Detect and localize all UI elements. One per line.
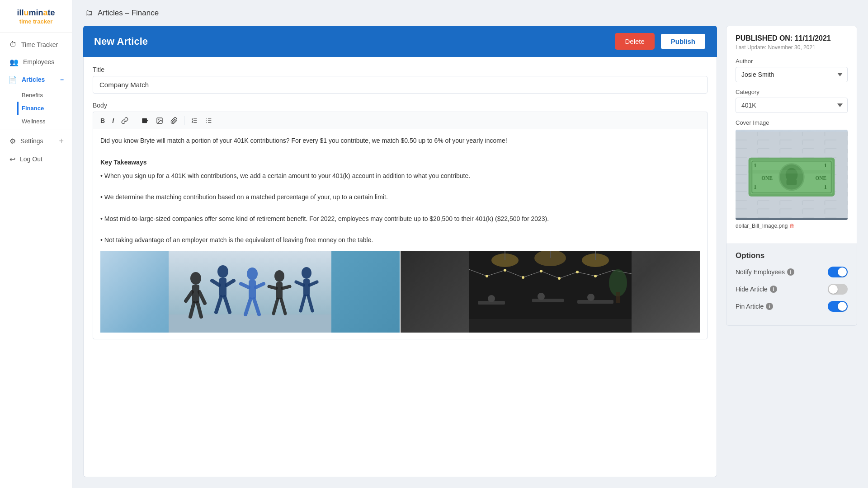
toolbar-ordered-list[interactable] (188, 115, 201, 126)
title-input[interactable] (93, 76, 708, 94)
options-section: Options Notify Employees i Hide Article (726, 244, 857, 326)
published-on: PUBLISHED ON: 11/11/2021 (736, 34, 848, 42)
sidebar-item-label-settings: Settings (20, 137, 43, 145)
body-paragraph-1: Did you know Bryte will match a portion … (100, 136, 700, 146)
svg-point-12 (206, 122, 207, 123)
svg-point-56 (540, 270, 542, 272)
sidebar-item-benefits[interactable]: Benefits (17, 89, 72, 102)
delete-button[interactable]: Delete (615, 33, 654, 50)
article-body-panel: Title Body B I (83, 57, 717, 477)
sidebar-item-settings[interactable]: ⚙ Settings + (0, 132, 72, 150)
toolbar-bold[interactable]: B (98, 115, 108, 126)
notify-toggle-knob (838, 267, 847, 277)
pin-article-toggle[interactable] (828, 301, 848, 312)
svg-point-63 (488, 295, 495, 302)
toolbar-sep-1 (135, 116, 135, 125)
svg-text:1: 1 (824, 162, 827, 169)
article-header: New Article Delete Publish (83, 26, 717, 57)
publish-info: PUBLISHED ON: 11/11/2021 Last Update: No… (726, 26, 857, 244)
body-bullet-1: • When you sign up for a 401K with contr… (100, 171, 700, 182)
svg-rect-80 (787, 179, 797, 185)
category-group: Category 401K (736, 89, 848, 113)
svg-point-54 (504, 269, 506, 272)
sidebar-item-wellness[interactable]: Wellness (17, 115, 72, 128)
logout-icon: ↩ (9, 155, 15, 164)
header-buttons: Delete Publish (615, 33, 706, 50)
hide-article-toggle[interactable] (828, 284, 848, 295)
sidebar-item-finance[interactable]: Finance (17, 102, 72, 115)
sidebar-item-label-logout: Log Out (20, 155, 42, 163)
svg-rect-35 (276, 282, 283, 299)
article-editor: New Article Delete Publish Title Body B … (83, 26, 717, 477)
svg-marker-1 (146, 119, 148, 122)
notify-employees-row: Notify Employees i (736, 267, 848, 277)
sidebar-item-time-tracker[interactable]: ⏱ Time Tracker (0, 36, 72, 53)
svg-rect-41 (303, 279, 310, 296)
body-bullet-4: • Not taking advantage of an employer ma… (100, 235, 700, 246)
article-container: New Article Delete Publish Title Body B … (72, 26, 868, 488)
svg-point-40 (302, 267, 311, 279)
notify-employees-toggle[interactable] (828, 267, 848, 277)
breadcrumb: 🗂 Articles – Finance (72, 0, 868, 26)
svg-point-3 (158, 119, 159, 120)
publish-button[interactable]: Publish (660, 33, 706, 50)
svg-rect-0 (142, 118, 147, 123)
svg-point-34 (274, 270, 284, 282)
hide-article-row: Hide Article i (736, 284, 848, 295)
sidebar-item-label-articles: Articles (22, 76, 45, 83)
toolbar-link[interactable] (118, 115, 131, 126)
svg-point-10 (206, 119, 207, 119)
svg-rect-15 (169, 314, 331, 333)
cover-image-box[interactable]: ONE ONE 1 1 1 1 (736, 130, 848, 220)
sidebar-item-logout[interactable]: ↩ Log Out (0, 150, 72, 168)
body-bullet-2: • We determine the matching contribution… (100, 192, 700, 203)
category-select[interactable]: 401K (736, 98, 848, 113)
toolbar-video[interactable] (139, 115, 151, 126)
breadcrumb-icon: 🗂 (85, 8, 93, 18)
toolbar-attachment[interactable] (168, 115, 180, 126)
collapse-icon: – (60, 76, 64, 83)
articles-icon: 📄 (8, 75, 17, 84)
svg-point-53 (486, 275, 488, 277)
article-header-title: New Article (94, 36, 148, 47)
image-filename: dollar_Bill_Image.png 🗑 (736, 223, 848, 229)
sidebar-item-employees[interactable]: 👥 Employees (0, 53, 72, 71)
hide-info-icon[interactable]: i (770, 286, 777, 293)
toolbar-image[interactable] (153, 115, 166, 126)
svg-line-36 (269, 286, 276, 288)
author-select[interactable]: Josie Smith (736, 67, 848, 82)
clock-icon: ⏱ (9, 41, 17, 49)
toolbar-unordered-list[interactable] (203, 115, 215, 126)
sidebar: illuminate time tracker ⏱ Time Tracker 👥… (0, 0, 72, 488)
settings-icon: ⚙ (9, 137, 16, 145)
editor-toolbar: B I (93, 112, 708, 129)
svg-point-22 (217, 265, 228, 278)
svg-point-28 (247, 267, 258, 280)
svg-line-37 (283, 286, 290, 288)
svg-rect-67 (616, 292, 620, 303)
sidebar-item-label-employees: Employees (23, 58, 54, 66)
pin-info-icon[interactable]: i (766, 303, 773, 310)
svg-point-59 (594, 275, 597, 277)
toolbar-italic[interactable]: I (109, 115, 117, 126)
editor-images (100, 251, 700, 333)
svg-text:1: 1 (754, 183, 757, 190)
users-icon: 👥 (9, 58, 19, 66)
nav-divider (0, 130, 72, 130)
svg-rect-29 (249, 280, 256, 299)
sidebar-item-articles[interactable]: 📄 Articles – (0, 71, 72, 89)
logo-subtitle: time tracker (7, 18, 65, 25)
delete-image-icon[interactable]: 🗑 (789, 223, 795, 229)
editor-content[interactable]: Did you know Bryte will match a portion … (93, 129, 708, 339)
notify-info-icon[interactable]: i (787, 268, 794, 276)
svg-rect-87 (749, 170, 835, 174)
pin-article-label: Pin Article i (736, 303, 773, 310)
svg-rect-68 (469, 319, 632, 333)
svg-point-55 (522, 276, 524, 279)
svg-point-64 (538, 293, 545, 300)
last-update: Last Update: November 30, 2021 (736, 44, 848, 51)
svg-point-65 (587, 294, 594, 301)
notify-employees-label: Notify Employees i (736, 268, 794, 276)
main-content: 🗂 Articles – Finance New Article Delete … (72, 0, 868, 488)
breadcrumb-text: Articles – Finance (98, 9, 159, 18)
